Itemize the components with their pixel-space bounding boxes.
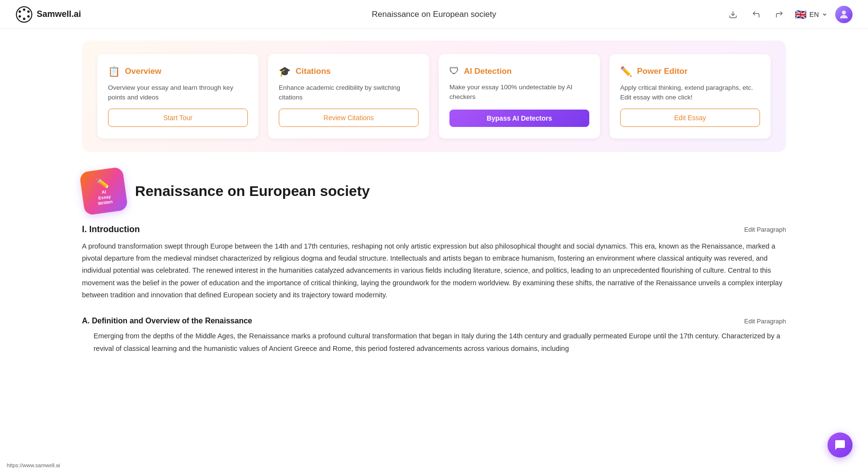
feature-title-power-editor: Power Editor [637,67,688,76]
feature-desc-power-editor: Apply critical thinking, extend paragrap… [620,83,760,103]
feature-card-header-overview: 📋 Overview [108,66,248,77]
section-title-introduction: I. Introduction [82,224,140,235]
feature-cards-area: 📋 Overview Overview your essay and learn… [82,41,786,152]
user-avatar-icon [838,9,850,20]
language-selector[interactable]: 🇬🇧 EN [795,9,827,20]
section-header-definition: A. Definition and Overview of the Renais… [82,317,786,325]
paragraph-introduction: A profound transformation swept through … [82,240,786,302]
footer-link[interactable]: https://www.samwell.ai [4,461,63,469]
feature-btn-citations[interactable]: Review Citations [279,109,419,127]
section-title-definition: A. Definition and Overview of the Renais… [82,317,252,325]
flag-icon: 🇬🇧 [795,9,807,20]
feature-desc-citations: Enhance academic credibility by switchin… [279,83,419,103]
feature-icon-overview: 📋 [108,66,120,77]
main-content: ✏️ AIEssayWritten Renaissance on Europea… [82,152,786,355]
feature-card-overview: 📋 Overview Overview your essay and learn… [97,54,258,139]
feature-card-power-editor: ✏️ Power Editor Apply critical thinking,… [610,54,771,139]
edit-paragraph-btn-introduction[interactable]: Edit Paragraph [744,226,786,233]
svg-point-8 [842,11,846,14]
essay-section-definition: A. Definition and Overview of the Renais… [82,317,786,355]
feature-icon-citations: 🎓 [279,66,291,77]
paragraph-definition: Emerging from the depths of the Middle A… [82,330,786,355]
logo-area: Samwell.ai [15,6,81,23]
edit-paragraph-btn-definition[interactable]: Edit Paragraph [744,318,786,325]
feature-title-citations: Citations [296,67,331,76]
feature-desc-ai-detection: Make your essay 100% undetectable by AI … [449,83,589,104]
essay-section-introduction: I. Introduction Edit Paragraph A profoun… [82,224,786,302]
essay-sections: I. Introduction Edit Paragraph A profoun… [82,224,786,355]
lang-text: EN [810,11,819,18]
logo-icon [15,6,33,23]
chevron-down-icon [822,12,827,17]
logo-text: Samwell.ai [37,9,81,19]
feature-card-ai-detection: 🛡 AI Detection Make your essay 100% unde… [439,54,600,139]
section-header-introduction: I. Introduction Edit Paragraph [82,224,786,235]
chat-icon [834,439,846,451]
redo-icon [775,10,784,19]
svg-point-6 [19,15,21,17]
redo-button[interactable] [772,7,787,22]
feature-desc-overview: Overview your essay and learn through ke… [108,83,248,103]
essay-header: ✏️ AIEssayWritten Renaissance on Europea… [82,169,786,213]
feature-btn-ai-detection[interactable]: Bypass AI Detectors [449,110,589,127]
svg-point-4 [27,15,30,17]
undo-button[interactable] [748,7,764,22]
avatar[interactable] [835,6,853,23]
sticker-text: AIEssayWritten [96,188,113,206]
feature-btn-overview[interactable]: Start Tour [108,109,248,127]
feature-title-ai-detection: AI Detection [464,67,512,76]
feature-icon-ai-detection: 🛡 [449,66,459,77]
header: Samwell.ai Renaissance on European socie… [0,0,868,29]
svg-point-5 [23,17,26,20]
feature-icon-power-editor: ✏️ [620,66,632,77]
download-button[interactable] [725,7,741,22]
chat-button[interactable] [827,432,853,458]
feature-card-header-citations: 🎓 Citations [279,66,419,77]
feature-card-header-ai-detection: 🛡 AI Detection [449,66,589,77]
header-actions: 🇬🇧 EN [725,6,853,23]
download-icon [729,10,737,19]
ai-written-sticker: ✏️ AIEssayWritten [79,167,128,216]
feature-card-citations: 🎓 Citations Enhance academic credibility… [268,54,429,139]
feature-btn-power-editor[interactable]: Edit Essay [620,109,760,127]
feature-title-overview: Overview [125,67,162,76]
svg-point-3 [27,10,30,13]
undo-icon [752,10,760,19]
pencil-icon: ✏️ [95,176,110,191]
svg-point-1 [19,10,21,13]
svg-point-2 [23,8,26,11]
feature-card-header-power-editor: ✏️ Power Editor [620,66,760,77]
header-title: Renaissance on European society [372,10,496,19]
essay-title: Renaissance on European society [135,183,370,199]
